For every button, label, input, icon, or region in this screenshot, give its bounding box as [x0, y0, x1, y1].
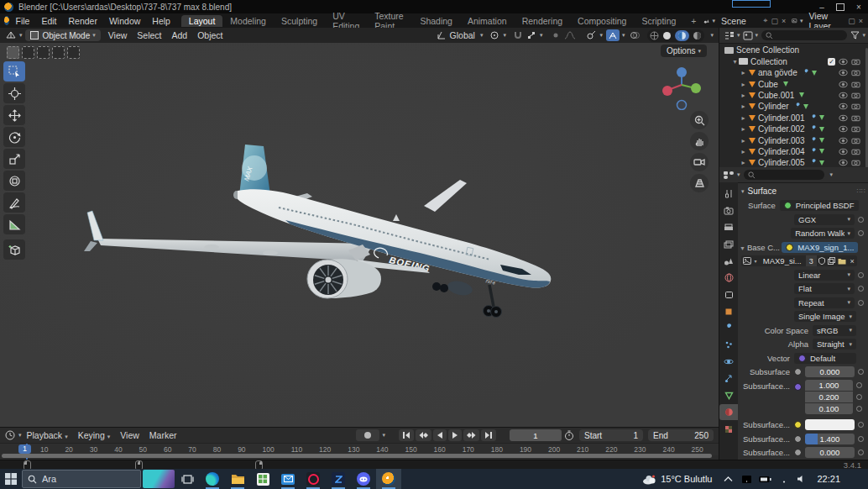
animate-dot[interactable] — [858, 369, 864, 375]
tab-scripting[interactable]: Scripting — [634, 15, 683, 27]
tab-object[interactable] — [719, 303, 738, 319]
surface-shader-button[interactable]: Principled BSDF — [780, 200, 859, 211]
subsurface-value[interactable]: 0.000 — [805, 366, 855, 377]
menu-select[interactable]: Select — [132, 30, 166, 40]
gizmo-neg-z-axis[interactable] — [677, 101, 687, 110]
menu-help[interactable]: Help — [146, 16, 176, 26]
outliner-row-object[interactable]: ▸Cylinder.003 — [719, 134, 865, 145]
menu-render[interactable]: Render — [63, 16, 103, 26]
properties-editor-icon[interactable] — [723, 171, 735, 180]
orientation-selector[interactable]: Global — [447, 30, 478, 40]
jump-to-end-button[interactable] — [481, 429, 496, 441]
weather-text[interactable]: 15°C Bulutlu — [661, 474, 712, 484]
outliner-row-scene-collection[interactable]: Scene Collection — [719, 45, 865, 55]
aniso-value[interactable]: 0.000 — [805, 447, 855, 458]
editor-type-chevron-icon[interactable]: ▾ — [19, 32, 23, 39]
duplicate-scene-icon[interactable]: ▢ — [771, 17, 778, 25]
tool-annotate[interactable] — [3, 192, 25, 213]
menu-view-timeline[interactable]: View — [115, 430, 144, 440]
outliner-editor-icon[interactable] — [724, 31, 735, 40]
outliner-item-label[interactable]: ana gövde — [758, 68, 797, 77]
eye-icon[interactable] — [839, 69, 848, 76]
tab-world[interactable] — [719, 270, 738, 286]
animate-dot[interactable] — [858, 217, 864, 223]
animate-dot[interactable] — [856, 382, 862, 388]
distribution-dropdown[interactable]: GGX▾ — [794, 214, 855, 225]
outliner-row-object[interactable]: ▸Cylinder.001 — [719, 113, 865, 124]
animate-dot[interactable] — [858, 272, 864, 278]
camera-visibility-icon[interactable] — [851, 159, 860, 166]
taskbar-search-box[interactable]: Ara — [22, 470, 141, 488]
outliner-item-label[interactable]: Cylinder.005 — [758, 158, 805, 167]
widgets-thumbnail[interactable] — [143, 470, 175, 488]
outliner-type-chevron-icon[interactable]: ▾ — [737, 32, 740, 39]
camera-visibility-icon[interactable] — [851, 69, 860, 76]
properties-options-chevron-icon[interactable]: ▾ — [830, 171, 834, 178]
camera-visibility-icon[interactable] — [851, 114, 860, 122]
source-dropdown[interactable]: Single Image▾ — [794, 311, 856, 322]
clock[interactable]: 22:21 — [817, 474, 840, 484]
subsurface-color-swatch[interactable] — [805, 419, 855, 430]
filter-icon[interactable] — [850, 31, 860, 39]
subsurface-method-dropdown[interactable]: Random Walk▾ — [791, 228, 855, 239]
extension-dropdown[interactable]: Repeat▾ — [794, 297, 855, 308]
animate-dot[interactable] — [858, 436, 864, 442]
eye-icon[interactable] — [839, 114, 848, 122]
show-gizmo-icon[interactable] — [586, 30, 597, 40]
gizmo-y-axis[interactable] — [691, 83, 701, 93]
auto-keying-button[interactable] — [356, 429, 379, 441]
outliner-row-object[interactable]: ▸Cube — [719, 78, 865, 89]
ior-value[interactable]: 1.400 — [805, 434, 855, 444]
shading-solid-icon[interactable] — [662, 31, 672, 40]
tray-chevron-up-icon[interactable] — [724, 476, 733, 482]
taskbar-app-opera[interactable] — [301, 469, 326, 489]
menu-add[interactable]: Add — [167, 30, 193, 40]
outliner-row-collection[interactable]: ▾ Collection ✓ — [719, 55, 865, 66]
interpolation-dropdown[interactable]: Linear▾ — [794, 270, 855, 281]
animate-dot[interactable] — [858, 286, 864, 292]
tab-material[interactable] — [719, 404, 738, 420]
expand-arrow-icon[interactable]: ▸ — [740, 103, 747, 110]
radius-y-value[interactable]: 0.200 — [805, 392, 853, 402]
tab-add[interactable]: + — [683, 15, 703, 27]
tray-volume-icon[interactable] — [797, 475, 807, 483]
menu-file[interactable]: File — [9, 16, 35, 26]
outliner-item-label[interactable]: Cylinder.001 — [758, 113, 805, 123]
scene-name[interactable]: Scene — [715, 16, 761, 26]
pin-icon[interactable]: ⌖ — [763, 16, 767, 25]
pan-button[interactable] — [690, 132, 709, 150]
radius-x-value[interactable]: 1.000 — [805, 380, 853, 391]
current-frame-field[interactable]: 1 — [510, 429, 562, 441]
snap-target-icon[interactable] — [526, 30, 537, 40]
expand-arrow-icon[interactable]: ▸ — [740, 137, 747, 145]
taskbar-app-mail[interactable] — [275, 469, 301, 489]
base-color-label[interactable]: ▼ Base C... — [738, 243, 782, 252]
viewport-3d[interactable]: ▾ Object Mode ▾ View Select Add Object G… — [0, 28, 719, 427]
tray-tablet-icon[interactable] — [741, 475, 752, 484]
tab-modifiers[interactable] — [719, 320, 738, 336]
base-color-texture-button[interactable]: MAX9_sign_1... — [782, 242, 858, 253]
camera-visibility-icon[interactable] — [851, 58, 860, 66]
overlays-toggle[interactable] — [606, 29, 620, 41]
camera-visibility-icon[interactable] — [851, 81, 860, 88]
play-reverse-button[interactable] — [433, 429, 447, 441]
keying-chevron-icon[interactable]: ▾ — [382, 432, 385, 439]
outliner-item-label[interactable]: Cube — [758, 80, 778, 89]
tool-rotate[interactable] — [3, 127, 25, 147]
camera-visibility-icon[interactable] — [851, 103, 860, 110]
filter-chevron-icon[interactable]: ▾ — [862, 32, 865, 39]
tab-animation[interactable]: Animation — [460, 15, 515, 27]
tool-measure[interactable] — [3, 214, 25, 234]
expand-arrow-icon[interactable]: ▸ — [740, 92, 747, 99]
taskbar-app-discord[interactable] — [351, 469, 376, 489]
properties-type-chevron-icon[interactable]: ▾ — [737, 171, 740, 178]
snap-magnet-icon[interactable] — [513, 30, 523, 40]
camera-visibility-icon[interactable] — [851, 148, 860, 155]
checkbox-icon[interactable]: ✓ — [828, 58, 835, 66]
end-frame-field[interactable]: End250 — [648, 429, 714, 441]
overlays-chevron-icon[interactable]: ▾ — [622, 32, 625, 39]
tool-select-box[interactable] — [3, 61, 25, 82]
start-button[interactable] — [0, 469, 22, 489]
eye-icon[interactable] — [839, 148, 848, 155]
orientation-chevron-icon[interactable]: ▾ — [480, 32, 484, 39]
